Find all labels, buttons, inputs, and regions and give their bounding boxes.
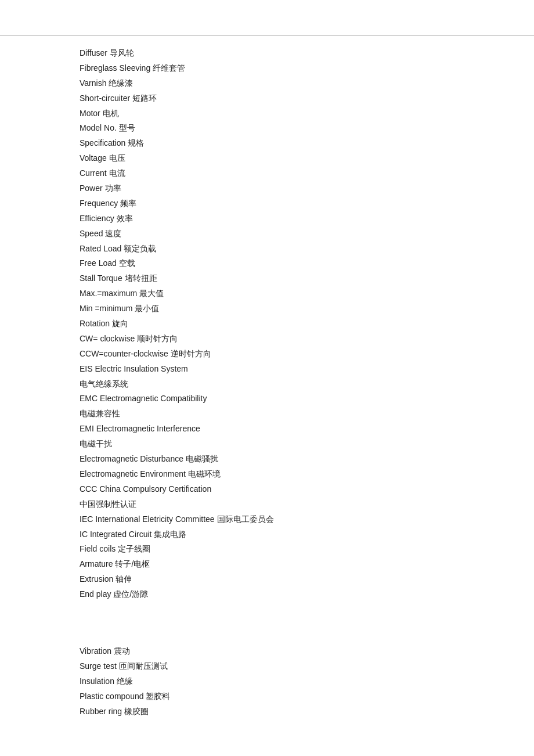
term-item-20: CCW=counter-clockwise 逆时针方向 xyxy=(80,347,454,362)
spacer-2 xyxy=(80,623,454,644)
term-item-6: Specification 规格 xyxy=(80,136,454,151)
term-item-4: Motor 电机 xyxy=(80,106,454,121)
term-item-12: Speed 速度 xyxy=(80,226,454,242)
term-item-0: Diffuser 导风轮 xyxy=(80,46,454,61)
term-item-31: IEC International Eletricity Committee 国… xyxy=(80,512,454,527)
term-item-29: CCC China Compulsory Certification xyxy=(80,482,454,497)
term-item-27: Electromagnetic Disturbance 电磁骚扰 xyxy=(80,452,454,467)
term-item-8: Current 电流 xyxy=(80,166,454,181)
term2-item-1: Surge test 匝间耐压测试 xyxy=(80,659,454,674)
term-item-26: 电磁干扰 xyxy=(80,437,454,452)
top-divider xyxy=(0,35,534,35)
term-item-25: EMI Electromagnetic Interference xyxy=(80,422,454,437)
term-item-11: Efficiency 效率 xyxy=(80,211,454,226)
term-item-7: Voltage 电压 xyxy=(80,151,454,166)
term-item-33: Field coils 定子线圈 xyxy=(80,542,454,557)
term-item-21: EIS Electric Insulation System xyxy=(80,362,454,377)
main-content: Diffuser 导风轮Fibreglass Sleeving 纤维套管Varn… xyxy=(0,46,534,719)
term2-item-2: Insulation 绝缘 xyxy=(80,674,454,689)
term-item-1: Fibreglass Sleeving 纤维套管 xyxy=(80,61,454,76)
spacer xyxy=(80,602,454,623)
term-item-15: Stall Torque 堵转扭距 xyxy=(80,271,454,286)
term-item-18: Rotation 旋向 xyxy=(80,316,454,332)
terms2-list: Vibration 震动Surge test 匝间耐压测试Insulation … xyxy=(80,644,454,719)
term-item-19: CW= clockwise 顺时针方向 xyxy=(80,332,454,347)
term-item-5: Model No. 型号 xyxy=(80,121,454,136)
term-item-22: 电气绝缘系统 xyxy=(80,377,454,392)
term2-item-3: Plastic compound 塑胶料 xyxy=(80,689,454,704)
term-item-23: EMC Electromagnetic Compatibility xyxy=(80,391,454,406)
terms-list: Diffuser 导风轮Fibreglass Sleeving 纤维套管Varn… xyxy=(80,46,454,602)
term-item-16: Max.=maximum 最大值 xyxy=(80,286,454,301)
term-item-13: Rated Load 额定负载 xyxy=(80,242,454,257)
term-item-32: IC Integrated Circuit 集成电路 xyxy=(80,527,454,542)
term2-item-4: Rubber ring 橡胶圈 xyxy=(80,704,454,719)
term-item-14: Free Load 空载 xyxy=(80,256,454,271)
term-item-30: 中国强制性认证 xyxy=(80,497,454,512)
term-item-34: Armature 转子/电枢 xyxy=(80,557,454,572)
term-item-24: 电磁兼容性 xyxy=(80,406,454,422)
term-item-3: Short-circuiter 短路环 xyxy=(80,91,454,106)
term2-item-0: Vibration 震动 xyxy=(80,644,454,659)
term-item-2: Varnish 绝缘漆 xyxy=(80,76,454,91)
term-item-10: Frequency 频率 xyxy=(80,196,454,211)
term-item-28: Electromagnetic Environment 电磁环境 xyxy=(80,467,454,482)
term-item-35: Extrusion 轴伸 xyxy=(80,572,454,587)
term-item-9: Power 功率 xyxy=(80,181,454,196)
term-item-36: End play 虚位/游隙 xyxy=(80,587,454,602)
term-item-17: Min =minimum 最小值 xyxy=(80,301,454,316)
